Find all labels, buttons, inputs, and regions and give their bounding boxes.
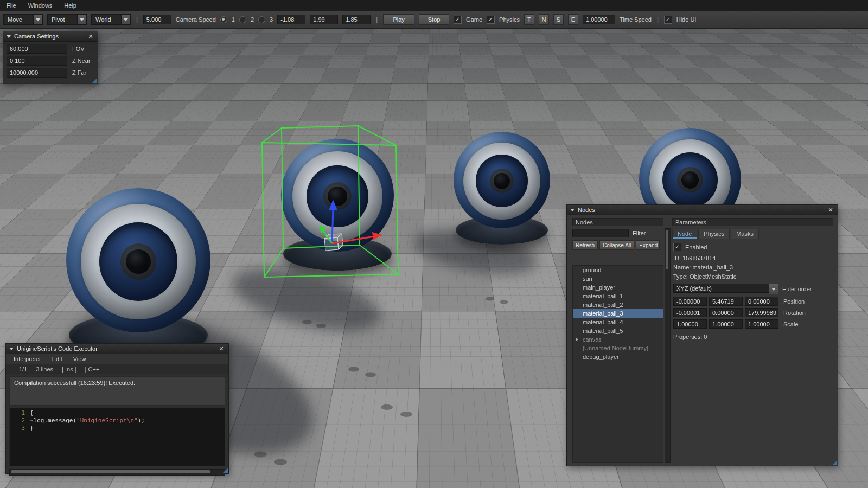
nodes-column-header: Nodes <box>572 218 663 226</box>
position-y-input[interactable]: 5.46719 <box>709 297 743 306</box>
tab-masks[interactable]: Masks <box>731 229 759 239</box>
node-item-unnamed-nodedummy[interactable]: [Unnamed NodeDummy] <box>573 344 663 352</box>
code-editor[interactable]: 1 { 2 →log.message("UnigineScript\n"); 3… <box>9 408 225 466</box>
camera-settings-titlebar[interactable]: Camera Settings ✕ <box>3 31 98 42</box>
node-item-canvas[interactable]: canvas <box>573 335 663 344</box>
nodes-panel-titlebar[interactable]: Nodes ✕ <box>567 205 838 215</box>
insert-mode: | Ins | <box>62 366 76 373</box>
node-name: Name: material_ball_3 <box>673 264 833 271</box>
scrollbar-thumb[interactable] <box>666 230 668 269</box>
scale-y-input[interactable]: 1.00000 <box>709 319 743 329</box>
znear-row: 0.100 Z Near <box>3 54 98 66</box>
material-ball-1[interactable] <box>66 188 210 332</box>
material-ball-4[interactable] <box>454 132 550 228</box>
position-row: -0.00000 5.46719 0.00000 Position <box>673 297 833 306</box>
collapse-icon[interactable] <box>7 35 11 38</box>
rotation-x-input[interactable]: -0.00001 <box>673 308 707 317</box>
filter-input[interactable] <box>572 229 629 237</box>
euler-order-dropdown[interactable]: XYZ (default) <box>673 284 778 294</box>
menu-edit[interactable]: Edit <box>52 356 62 362</box>
zfar-label: Z Far <box>72 69 86 76</box>
speed-preset-radio-1[interactable] <box>220 16 227 23</box>
check-icon: ✓ <box>488 17 493 22</box>
camera-y-input[interactable]: 1.99 <box>310 15 338 24</box>
close-icon[interactable]: ✕ <box>827 206 834 214</box>
expand-right-icon[interactable] <box>576 337 578 342</box>
language-mode: | C++ <box>85 366 100 373</box>
znear-input[interactable]: 0.100 <box>7 56 67 66</box>
tab-physics[interactable]: Physics <box>698 229 730 239</box>
fov-input[interactable]: 60.000 <box>7 44 67 54</box>
horizontal-scrollbar[interactable] <box>9 469 225 476</box>
rotation-z-input[interactable]: 179.99989 <box>745 308 778 317</box>
scale-z-input[interactable]: 1.00000 <box>745 319 778 329</box>
euler-order-dropdown-button[interactable] <box>769 284 778 294</box>
node-item-material-ball-3-selected[interactable]: material_ball_3 <box>573 309 663 318</box>
ball-pupil <box>328 187 347 206</box>
camera-x-input[interactable]: -1.08 <box>277 15 305 24</box>
code-executor-titlebar[interactable]: UnigineScript's Code Executor ✕ <box>6 344 228 354</box>
scrollbar-thumb[interactable] <box>11 470 210 473</box>
node-item-material-ball-4[interactable]: material_ball_4 <box>573 318 663 326</box>
toggle-t-button[interactable]: T <box>524 14 534 25</box>
toggle-s-button[interactable]: S <box>553 14 564 25</box>
node-item-sun[interactable]: sun <box>573 274 663 283</box>
node-item-material-ball-1[interactable]: material_ball_1 <box>573 292 663 300</box>
transform-mode-dropdown-button[interactable] <box>33 14 43 25</box>
indent-arrow: → <box>30 417 34 424</box>
menu-view[interactable]: View <box>73 356 86 362</box>
resize-grip[interactable] <box>223 468 228 473</box>
node-item-ground[interactable]: ground <box>573 266 663 274</box>
check-icon: ✓ <box>455 17 459 22</box>
play-button[interactable]: Play <box>383 14 414 25</box>
camera-z-input[interactable]: 1.85 <box>342 15 371 24</box>
rotation-row: -0.00001 0.00000 179.99989 Rotation <box>673 308 833 317</box>
close-icon[interactable]: ✕ <box>218 345 225 352</box>
node-item-debug-player[interactable]: debug_player <box>573 352 663 361</box>
close-icon[interactable]: ✕ <box>87 33 94 40</box>
toggle-n-button[interactable]: N <box>539 14 549 25</box>
check-icon: ✓ <box>675 245 679 250</box>
pivot-dropdown[interactable]: Pivot <box>47 14 87 25</box>
stop-button[interactable]: Stop <box>419 14 449 25</box>
material-ball-3-selected[interactable] <box>281 139 394 252</box>
physics-checkbox[interactable]: ✓ <box>487 16 495 24</box>
space-dropdown-button[interactable] <box>121 14 131 25</box>
code-text: log.message( <box>34 417 76 424</box>
space-dropdown[interactable]: World <box>91 14 131 25</box>
tab-node[interactable]: Node <box>672 229 697 239</box>
menu-interpreter[interactable]: Interpreter <box>14 356 41 362</box>
pivot-dropdown-button[interactable] <box>77 14 87 25</box>
transform-mode-dropdown[interactable]: Move <box>3 14 43 25</box>
collapse-icon[interactable] <box>570 209 575 211</box>
camera-speed-input[interactable]: 5.000 <box>143 15 171 24</box>
game-checkbox[interactable]: ✓ <box>454 16 462 24</box>
hide-ui-label: Hide UI <box>676 16 697 23</box>
resize-grip[interactable] <box>92 78 97 83</box>
speed-preset-radio-2[interactable] <box>239 16 246 23</box>
collapse-icon[interactable] <box>9 348 14 350</box>
expand-all-button[interactable]: Expand All <box>636 240 660 250</box>
menu-windows[interactable]: Windows <box>28 2 53 9</box>
node-item-material-ball-5[interactable]: material_ball_5 <box>573 326 663 335</box>
menu-help[interactable]: Help <box>64 2 76 9</box>
scale-x-input[interactable]: 1.00000 <box>673 319 707 329</box>
menu-file[interactable]: File <box>7 2 16 9</box>
enabled-checkbox[interactable]: ✓ <box>673 243 681 251</box>
position-x-input[interactable]: -0.00000 <box>673 297 707 306</box>
node-item-material-ball-2[interactable]: material_ball_2 <box>573 300 663 309</box>
position-z-input[interactable]: 0.00000 <box>745 297 778 306</box>
hide-ui-checkbox[interactable]: ✓ <box>664 16 672 24</box>
time-speed-input[interactable]: 1.00000 <box>583 15 615 24</box>
speed-preset-radio-3[interactable] <box>258 16 265 23</box>
refresh-button[interactable]: Refresh <box>572 240 598 250</box>
node-item-main-player[interactable]: main_player <box>573 283 663 292</box>
toggle-e-button[interactable]: E <box>568 14 578 25</box>
resize-grip[interactable] <box>832 460 837 465</box>
zfar-input[interactable]: 10000.000 <box>7 68 67 78</box>
rotation-y-input[interactable]: 0.00000 <box>709 308 743 317</box>
node-item-label: main_player <box>583 284 615 291</box>
collapse-all-button[interactable]: Collapse All <box>599 240 634 250</box>
node-tree-scrollbar[interactable] <box>665 228 671 463</box>
compiler-output-text: Compilation successfull (16:23:59)! Exec… <box>14 380 135 386</box>
